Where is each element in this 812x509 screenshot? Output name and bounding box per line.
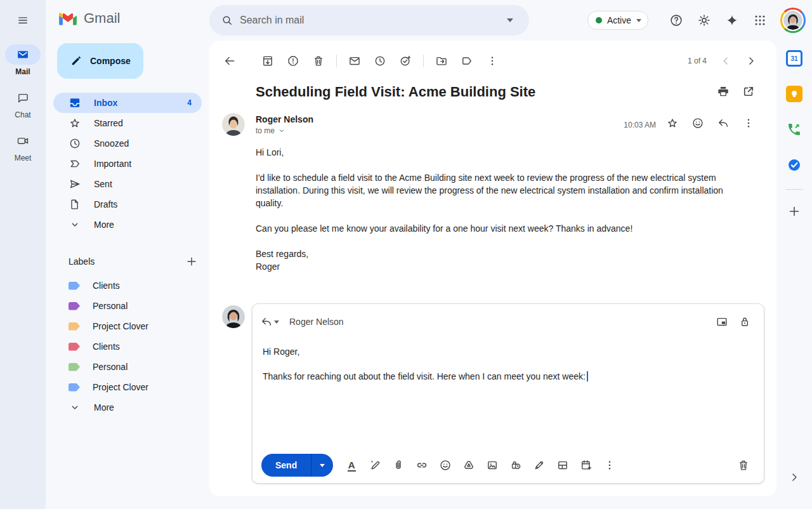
signature-pen-icon — [533, 459, 546, 472]
add-task-icon — [399, 55, 412, 67]
create-label-button[interactable] — [181, 251, 202, 272]
sidebar-item-inbox[interactable]: Inbox 4 — [53, 93, 202, 113]
user-avatar — [783, 11, 802, 30]
label-tag-icon — [69, 322, 80, 331]
account-avatar-button[interactable] — [780, 8, 806, 33]
label-item[interactable]: Clients — [53, 336, 202, 357]
popout-reply-button[interactable] — [710, 310, 733, 333]
sidebar-item-snoozed[interactable]: Snoozed — [53, 133, 202, 154]
labels-button[interactable] — [454, 48, 480, 74]
chevron-down-icon — [277, 126, 286, 135]
insert-photo-button[interactable] — [481, 454, 504, 477]
app-name: Gmail — [84, 10, 120, 27]
propose-meeting-time-button[interactable] — [575, 454, 598, 477]
chevron-down-icon — [69, 401, 81, 414]
composer-line: Hi Roger, — [263, 346, 754, 358]
support-button[interactable] — [664, 8, 689, 33]
report-spam-button[interactable] — [280, 48, 306, 74]
composer-box[interactable]: Roger Nelson Hi Roger, Thanks for reachi… — [252, 303, 764, 484]
compose-button[interactable]: Compose — [57, 43, 143, 79]
message-more-button[interactable] — [736, 110, 761, 136]
label-item[interactable]: Personal — [53, 357, 202, 377]
reply-type-selector[interactable] — [256, 312, 283, 332]
label-item[interactable]: Clients — [53, 275, 202, 296]
insert-emoji-button[interactable] — [434, 454, 457, 477]
discard-draft-button[interactable] — [732, 454, 755, 477]
composer-more-button[interactable] — [598, 454, 621, 477]
sender-avatar[interactable] — [222, 113, 245, 136]
keep-app-button[interactable] — [782, 81, 807, 107]
search-options-button[interactable] — [497, 8, 523, 33]
formatting-options-button[interactable]: A — [340, 454, 363, 477]
collapse-side-panel-button[interactable] — [782, 465, 807, 490]
more-vert-icon — [742, 117, 755, 129]
rail-item-chat[interactable]: Chat — [5, 88, 41, 119]
star-message-button[interactable] — [660, 110, 685, 136]
reply-button[interactable] — [710, 110, 736, 136]
lock-icon — [738, 315, 751, 328]
label-item[interactable]: Project Clover — [53, 377, 202, 397]
send-button[interactable]: Send — [261, 454, 311, 477]
user-avatar — [222, 305, 245, 328]
tasks-app-button[interactable] — [782, 152, 807, 178]
sidebar-item-important[interactable]: Important — [53, 154, 202, 174]
more-actions-button[interactable] — [480, 48, 505, 74]
sidebar-item-starred[interactable]: Starred — [53, 113, 202, 133]
move-to-button[interactable] — [429, 48, 454, 74]
label-tag-icon — [69, 282, 80, 290]
insert-from-drive-button[interactable] — [457, 454, 480, 477]
open-in-new-button[interactable] — [736, 79, 761, 104]
calendar-app-button[interactable]: 31 — [782, 46, 807, 71]
mark-unread-button[interactable] — [342, 48, 367, 74]
attach-files-button[interactable] — [387, 454, 410, 477]
security-lock-button[interactable] — [733, 310, 756, 333]
envelope-icon — [348, 55, 361, 67]
snooze-button[interactable] — [367, 48, 393, 74]
label-item[interactable]: Personal — [53, 296, 202, 316]
rail-item-meet[interactable]: Meet — [5, 131, 41, 162]
older-button[interactable] — [738, 48, 764, 74]
layouts-button[interactable] — [551, 454, 574, 477]
body-paragraph: I'd like to schedule a field visit to th… — [256, 171, 738, 209]
newer-button[interactable] — [713, 48, 738, 74]
back-button[interactable] — [217, 48, 242, 74]
gemini-button[interactable] — [719, 8, 745, 33]
help-me-write-button[interactable] — [363, 454, 386, 477]
composer-body[interactable]: Hi Roger, Thanks for reaching out about … — [252, 333, 764, 383]
google-apps-button[interactable] — [747, 8, 773, 33]
label-item[interactable]: Project Clover — [53, 316, 202, 336]
picture-in-picture-icon — [716, 315, 728, 328]
sidebar-item-sent[interactable]: Sent — [53, 174, 202, 194]
main-menu-button[interactable] — [10, 8, 36, 33]
recipient-details-toggle[interactable]: to me — [256, 126, 313, 135]
rail-item-mail[interactable]: Mail — [5, 44, 41, 76]
side-panel: 31 — [776, 41, 812, 509]
voice-app-button[interactable] — [782, 117, 807, 142]
get-addons-button[interactable] — [782, 199, 807, 224]
settings-button[interactable] — [691, 8, 717, 33]
gmail-brand[interactable]: Gmail — [58, 10, 120, 27]
search-bar[interactable] — [209, 5, 529, 36]
composer-recipient[interactable]: Roger Nelson — [289, 317, 344, 327]
emoji-reaction-button[interactable] — [685, 110, 710, 136]
search-button[interactable] — [214, 8, 240, 33]
sidebar-item-label: More — [94, 220, 192, 230]
archive-button[interactable] — [255, 48, 280, 74]
sidebar-item-drafts[interactable]: Drafts — [53, 194, 202, 215]
confidential-mode-button[interactable] — [504, 454, 527, 477]
clock-icon — [374, 55, 386, 67]
print-button[interactable] — [710, 79, 736, 104]
insert-signature-button[interactable] — [528, 454, 551, 477]
report-spam-icon — [287, 55, 299, 67]
search-input[interactable] — [240, 15, 497, 26]
labels-more-item[interactable]: More — [53, 397, 202, 418]
labels-header: Labels — [53, 251, 202, 272]
sidebar-item-more[interactable]: More — [53, 215, 202, 235]
add-to-tasks-button[interactable] — [393, 48, 418, 74]
send-options-button[interactable] — [311, 454, 333, 477]
status-selector[interactable]: Active — [587, 11, 648, 30]
delete-button[interactable] — [306, 48, 331, 74]
body-paragraph: Roger — [256, 260, 738, 273]
keep-icon — [786, 86, 802, 102]
insert-link-button[interactable] — [410, 454, 433, 477]
